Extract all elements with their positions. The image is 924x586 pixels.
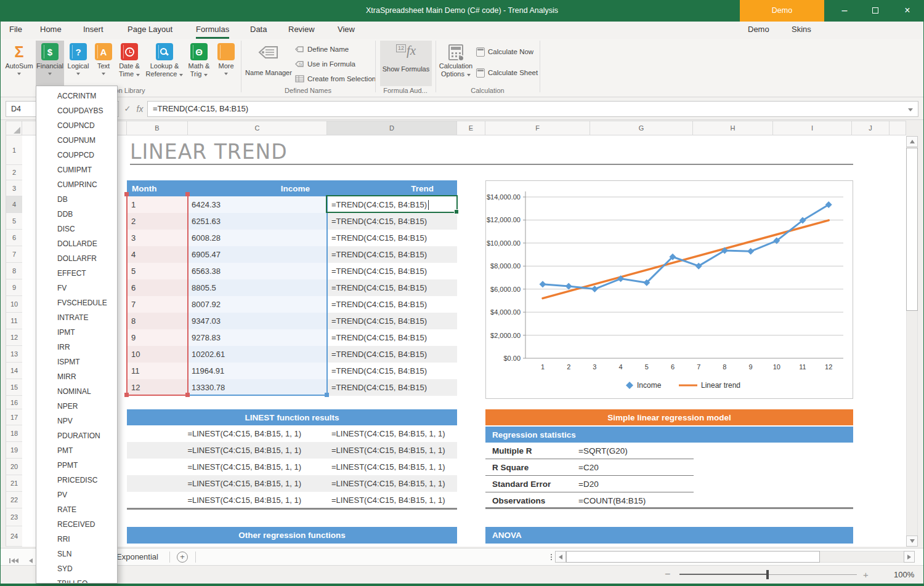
use-in-formula-button[interactable]: fx Use in Formula [295,57,394,71]
formula-input[interactable]: =TREND(C4:C15, B4:B15) [147,101,918,117]
close-button[interactable]: × [891,0,924,22]
previous-sheet-button[interactable] [29,555,33,566]
name-manager-button[interactable]: Name Manager [245,41,293,86]
stat-value-cell[interactable]: =D20 [578,480,599,489]
row-header-17[interactable]: 17 [6,409,22,425]
tab-home[interactable]: Home [40,22,62,39]
column-header-C[interactable]: C [188,121,327,135]
trend-cell[interactable]: =TREND(C4:C15, B4:B15) [327,329,457,346]
row-header-2[interactable]: 2 [6,165,22,180]
menu-item-intrate[interactable]: INTRATE [36,310,117,325]
menu-item-pduration[interactable]: PDURATION [36,428,117,443]
calculate-sheet-button[interactable]: Calculate Sheet [476,66,538,79]
linest-formula-cell[interactable]: =LINEST(C4:C15, B4:B15, 1, 1) [327,425,457,442]
scroll-left-button[interactable] [555,551,566,563]
zoom-in-button[interactable]: + [863,569,869,580]
stat-value-cell[interactable]: =COUNT(B4:B15) [578,496,646,505]
row-header-3[interactable]: 3 [6,180,22,196]
income-cell[interactable]: 9347.03 [188,313,327,329]
tab-page-layout[interactable]: Page Layout [128,22,172,39]
row-header-11[interactable]: 11 [6,313,22,329]
linest-formula-cell[interactable]: =LINEST(C4:C15, B4:B15, 1, 1) [127,425,327,442]
logical-button[interactable]: ? Logical [65,41,92,86]
stat-value-cell[interactable]: =SQRT(G20) [578,446,628,456]
income-cell[interactable]: 10202.61 [188,346,327,363]
menu-item-pmt[interactable]: PMT [36,443,117,458]
calculate-now-button[interactable]: Calculate Now [476,45,533,58]
sheet-tab-exponential[interactable]: Exponential [116,548,158,566]
scroll-down-button[interactable] [906,536,918,547]
date-time-button[interactable]: Date & Time [115,41,144,86]
row-header-5[interactable]: 5 [6,213,22,230]
tab-data[interactable]: Data [250,22,267,39]
menu-item-mirr[interactable]: MIRR [36,369,117,384]
row-header-18[interactable]: 18 [6,425,22,442]
month-cell[interactable]: 7 [127,296,188,313]
column-header-H[interactable]: H [693,121,773,135]
menu-item-fvschedule[interactable]: FVSCHEDULE [36,295,117,310]
first-sheet-button[interactable] [9,555,18,566]
menu-item-dollarfr[interactable]: DOLLARFR [36,251,117,266]
zoom-slider-handle[interactable] [766,570,769,579]
row-header-19[interactable]: 19 [6,442,22,459]
splitter-dots-icon[interactable] [551,554,552,555]
create-from-selection-button[interactable]: Create from Selection [295,72,376,86]
trend-cell[interactable]: =TREND(C4:C15, B4:B15) [327,246,457,263]
autosum-button[interactable]: Σ AutoSum [4,41,34,86]
trend-cell[interactable]: =TREND(C4:C15, B4:B15) [327,279,457,296]
menu-item-nominal[interactable]: NOMINAL [36,384,117,399]
income-cell[interactable]: 13330.78 [188,379,327,396]
active-cell-border[interactable] [326,195,458,213]
insert-function-button[interactable]: fx [134,101,146,117]
linest-formula-cell[interactable]: =LINEST(C4:C15, B4:B15, 1, 1) [327,492,457,508]
income-cell[interactable]: 11964.91 [188,363,327,379]
menu-item-syd[interactable]: SYD [36,561,117,576]
column-header-E[interactable]: E [457,121,485,135]
menu-item-ppmt[interactable]: PPMT [36,458,117,473]
menu-item-effect[interactable]: EFFECT [36,266,117,281]
trend-cell[interactable]: =TREND(C4:C15, B4:B15) [327,379,457,396]
linest-formula-cell[interactable]: =LINEST(C4:C15, B4:B15, 1, 1) [327,475,457,492]
blue-range-handle[interactable] [325,393,329,397]
menu-item-db[interactable]: DB [36,192,117,207]
define-name-button[interactable]: Define Name [295,42,349,56]
linest-formula-cell[interactable]: =LINEST(C4:C15, B4:B15, 1, 1) [127,492,327,508]
row-header-16[interactable]: 16 [6,396,22,409]
month-cell[interactable]: 5 [127,263,188,279]
menu-item-sln[interactable]: SLN [36,547,117,561]
row-header-20[interactable]: 20 [6,459,22,475]
row-header-9[interactable]: 9 [6,279,22,296]
calculation-options-button[interactable]: Calculation Options [439,41,472,86]
linest-formula-cell[interactable]: =LINEST(C4:C15, B4:B15, 1, 1) [127,475,327,492]
scroll-up-button[interactable] [906,136,918,147]
tab-skins[interactable]: Skins [792,22,811,39]
tab-demo[interactable]: Demo [748,22,769,39]
month-cell[interactable]: 11 [127,363,188,379]
menu-item-received[interactable]: RECEIVED [36,517,117,532]
menu-item-rate[interactable]: RATE [36,502,117,517]
month-cell[interactable]: 1 [127,196,188,213]
add-sheet-button[interactable]: + [177,552,188,563]
select-all-corner[interactable] [6,121,22,135]
tab-view[interactable]: View [338,22,355,39]
lookup-reference-button[interactable]: Lookup & Reference [144,41,185,86]
tab-formulas[interactable]: Formulas [196,22,229,39]
row-header-4[interactable]: 4 [6,196,22,213]
income-cell[interactable]: 6424.33 [188,196,327,213]
menu-item-ispmt[interactable]: ISPMT [36,355,117,369]
row-header-12[interactable]: 12 [6,329,22,346]
linest-formula-cell[interactable]: =LINEST(C4:C15, B4:B15, 1, 1) [327,459,457,475]
stat-value-cell[interactable]: =C20 [578,463,599,472]
month-cell[interactable]: 2 [127,213,188,230]
month-cell[interactable]: 9 [127,329,188,346]
text-button[interactable]: A Text [92,41,115,86]
show-formulas-button[interactable]: 12 fx Show Formulas [380,41,432,86]
demo-ribbon-badge[interactable]: Demo [740,0,824,22]
month-cell[interactable]: 10 [127,346,188,363]
income-cell[interactable]: 8805.5 [188,279,327,296]
month-cell[interactable]: 3 [127,230,188,246]
trend-cell[interactable]: =TREND(C4:C15, B4:B15) [327,213,457,230]
data-table-header[interactable]: Month Income Trend [127,180,457,196]
menu-item-disc[interactable]: DISC [36,222,117,236]
tab-insert[interactable]: Insert [83,22,103,39]
